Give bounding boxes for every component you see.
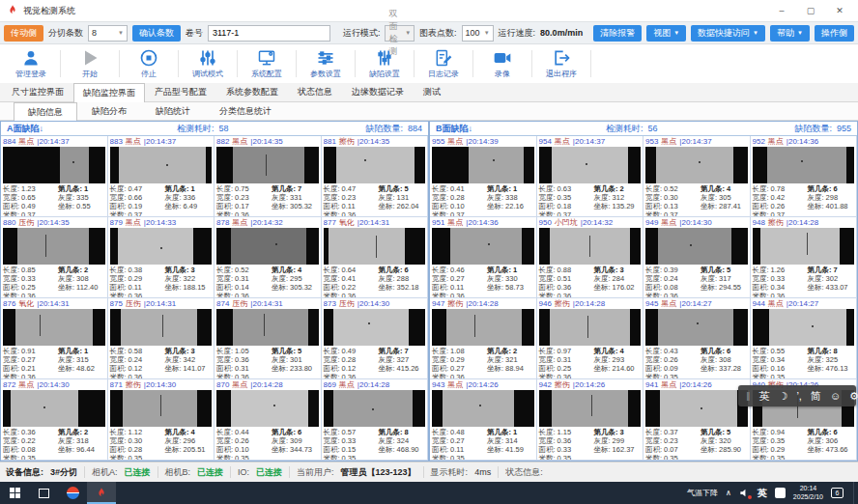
defect-cell[interactable]: 882 黑点 |20:14:35 长度:0.75 宽度:0.23 面积:0.17… [214, 136, 322, 217]
defect-cell[interactable]: 875 压伤 |20:14:31 长度:0.58 宽度:0.24 面积:0.12… [108, 298, 215, 379]
show-desktop-strip[interactable] [853, 482, 854, 504]
tab-status-info[interactable]: 状态信息 [288, 82, 342, 101]
defect-cell[interactable]: 942 擦伤 |20:14:26 长度:1.15 宽度:0.36 面积:0.33… [537, 379, 644, 461]
ime-language-indicator[interactable]: 英 [758, 487, 767, 500]
start-button[interactable]: 开始 [61, 48, 119, 79]
stop-button[interactable]: 停止 [120, 48, 178, 79]
defect-cell[interactable]: 874 压伤 |20:14:31 长度:1.05 宽度:0.36 面积:0.31… [214, 298, 322, 379]
defect-cell[interactable]: 951 黑点 |20:14:36 长度:0.46 宽度:0.27 面积:0.11… [430, 217, 537, 298]
view-menu-button[interactable]: 视图▼ [646, 25, 686, 42]
operate-side-button[interactable]: 操作侧 [815, 25, 854, 42]
defect-cell[interactable]: 869 黑点 |20:14:28 长度:0.57 宽度:0.33 面积:0.15… [322, 379, 429, 461]
notification-center-button[interactable]: 6 [831, 488, 844, 498]
defect-image [216, 390, 319, 427]
defect-cell[interactable]: 881 擦伤 |20:14:35 长度:0.47 宽度:0.23 面积:0.11… [322, 136, 429, 217]
debug-mode-button[interactable]: 调试模式 [179, 48, 237, 79]
meter-label: 米数: [645, 292, 662, 298]
defect-image [216, 309, 319, 346]
defect-cell[interactable]: 878 黑点 |20:14:32 长度:0.52 宽度:0.31 面积:0.14… [214, 217, 322, 298]
close-button[interactable]: ✕ [827, 6, 852, 15]
tab-edge-data-record[interactable]: 边缘数据记录 [342, 82, 414, 101]
punctuation-toggle-icon[interactable]: ’, [796, 390, 802, 402]
drive-side-button[interactable]: 传动侧 [4, 25, 43, 42]
defect-cell[interactable]: 950 小凹坑 |20:14:32 长度:0.88 宽度:0.51 面积:0.3… [537, 217, 644, 298]
strip-label: 第几条: [807, 428, 831, 436]
panel-a-title[interactable]: A面缺陷↓ [7, 123, 43, 135]
tab-system-param-config[interactable]: 系统参数配置 [216, 82, 288, 101]
log-record-button[interactable]: 日志记录 [415, 48, 472, 79]
defect-cell[interactable]: 880 压伤 |20:14:35 长度:0.85 宽度:0.33 面积:0.25… [1, 217, 108, 298]
tab-product-model-config[interactable]: 产品型号配置 [145, 82, 216, 101]
defect-image [324, 309, 426, 346]
defect-cell[interactable]: 948 擦伤 |20:14:28 长度:1.26 宽度:0.33 面积:0.34… [751, 217, 858, 298]
tab-test[interactable]: 测试 [414, 82, 450, 101]
defect-cell[interactable]: 884 黑点 |20:14:37 长度:1.23 宽度:0.65 面积:0.49… [1, 136, 108, 217]
defect-cell[interactable]: 873 压伤 |20:14:30 长度:0.49 宽度:0.28 面积:0.12… [322, 298, 429, 379]
subtab-defect-statistics[interactable]: 缺陷统计 [141, 101, 205, 120]
length-label: 长度: [645, 266, 662, 274]
ime-mode-icon[interactable] [775, 488, 786, 498]
defect-cell[interactable]: 943 黑点 |20:14:26 长度:0.48 宽度:0.27 面积:0.11… [430, 379, 537, 461]
confirm-count-button[interactable]: 确认条数 [132, 25, 181, 42]
admin-login-button[interactable]: 管理登录 [2, 48, 60, 79]
subtab-defect-distribution[interactable]: 缺陷分布 [77, 101, 141, 120]
clear-alarm-button[interactable]: 清除报警 [593, 25, 642, 42]
meter-value: 0.36 [342, 292, 357, 298]
width-label: 宽度: [324, 436, 340, 445]
defect-cell[interactable]: 955 黑点 |20:14:39 长度:0.41 宽度:0.28 面积:0.10… [430, 136, 537, 217]
width-label: 宽度: [324, 355, 340, 364]
defect-cell[interactable]: 877 氧化 |20:14:31 长度:0.64 宽度:0.41 面积:0.22… [322, 217, 429, 298]
defect-cell[interactable]: 947 擦伤 |20:14:28 长度:1.08 宽度:0.29 面积:0.27… [430, 298, 537, 379]
defect-cell[interactable]: 879 黑点 |20:14:33 长度:0.38 宽度:0.29 面积:0.11… [108, 217, 215, 298]
drag-handle-icon[interactable]: ∥ [746, 391, 751, 401]
defect-cell[interactable]: 946 擦伤 |20:14:28 长度:0.97 宽度:0.31 面积:0.25… [537, 298, 644, 379]
defect-cell[interactable]: 870 黑点 |20:14:28 长度:0.44 宽度:0.26 面积:0.10… [214, 379, 322, 461]
defect-cell[interactable]: 952 黑点 |20:14:36 长度:0.78 宽度:0.42 面积:0.26… [751, 136, 858, 217]
subtab-defect-info[interactable]: 缺陷信息 [14, 102, 77, 121]
defect-cell[interactable]: 944 黑点 |20:14:27 长度:0.55 宽度:0.34 面积:0.16… [751, 298, 858, 379]
subtab-classification-statistics[interactable]: 分类信息统计 [205, 101, 286, 120]
panel-b-title[interactable]: B面缺陷↓ [436, 123, 472, 135]
data-quick-access-button[interactable]: 数据快捷访问▼ [691, 25, 765, 42]
defect-cell[interactable]: 953 黑点 |20:14:37 长度:0.52 宽度:0.30 面积:0.13… [644, 136, 751, 217]
defect-cell[interactable]: 883 黑点 |20:14:37 长度:0.47 宽度:0.66 面积:0.19… [108, 136, 215, 217]
tab-defect-monitor[interactable]: 缺陷监控界面 [73, 83, 145, 102]
start-button[interactable] [0, 482, 29, 504]
defect-cell[interactable]: 949 黑点 |20:14:30 长度:0.39 宽度:0.24 面积:0.08… [644, 217, 751, 298]
ime-english-toggle[interactable]: 英 [759, 389, 770, 404]
record-video-button[interactable]: 录像 [473, 48, 531, 79]
parameter-settings-button[interactable]: 参数设置 [297, 48, 355, 79]
taskbar-clock[interactable]: 20:14 2025/2/10 [793, 485, 823, 502]
help-menu-button[interactable]: 帮助▼ [770, 25, 810, 42]
tab-size-monitor[interactable]: 尺寸监控界面 [2, 82, 73, 101]
chart-points-select[interactable]: 100▼ [462, 25, 494, 42]
defect-id: 953 [645, 137, 658, 146]
defect-cell-header: 942 擦伤 |20:14:26 [539, 379, 642, 390]
defect-cell[interactable]: 954 黑点 |20:14:37 长度:0.63 宽度:0.35 面积:0.18… [537, 136, 644, 217]
defect-id: 955 [432, 137, 444, 146]
volume-button[interactable] [739, 488, 750, 498]
system-config-button[interactable]: 系统配置 [238, 48, 296, 79]
defect-cell[interactable]: 871 擦伤 |20:14:30 长度:1.12 宽度:0.30 面积:0.28… [108, 379, 215, 461]
coord-label: 坐标: [272, 283, 288, 292]
emoji-icon[interactable]: ☺ [830, 390, 841, 402]
defect-settings-button[interactable]: 缺陷设置 [356, 48, 414, 79]
task-view-button[interactable] [29, 482, 58, 504]
defect-cell[interactable]: 872 黑点 |20:14:30 长度:0.36 宽度:0.22 面积:0.08… [1, 379, 108, 461]
slit-count-select[interactable]: 8▼ [88, 25, 128, 42]
gear-icon[interactable]: ⚙ [849, 390, 858, 403]
sogou-app-button[interactable] [58, 482, 87, 504]
run-mode-select[interactable]: 双面检测▼ [385, 25, 415, 42]
defect-cell[interactable]: 876 氧化 |20:14:31 长度:0.91 宽度:0.27 面积:0.21… [1, 298, 108, 379]
defect-cell[interactable]: 945 黑点 |20:14:27 长度:0.43 宽度:0.26 面积:0.09… [644, 298, 751, 379]
defect-cell[interactable]: 941 黑点 |20:14:26 长度:0.37 宽度:0.23 面积:0.07… [644, 379, 751, 461]
inspection-app-button[interactable] [87, 482, 116, 504]
maximize-button[interactable]: ▢ [798, 6, 823, 15]
moon-icon[interactable]: ☽ [779, 390, 788, 403]
weather-text[interactable]: 气温下降 [687, 488, 718, 498]
roll-number-input[interactable] [208, 25, 330, 42]
hidden-icons-chevron[interactable]: ∧ [726, 489, 731, 497]
exit-program-button[interactable]: 退出程序 [532, 48, 590, 79]
simplified-chinese-toggle[interactable]: 简 [811, 389, 821, 404]
minimize-button[interactable]: – [769, 6, 794, 15]
